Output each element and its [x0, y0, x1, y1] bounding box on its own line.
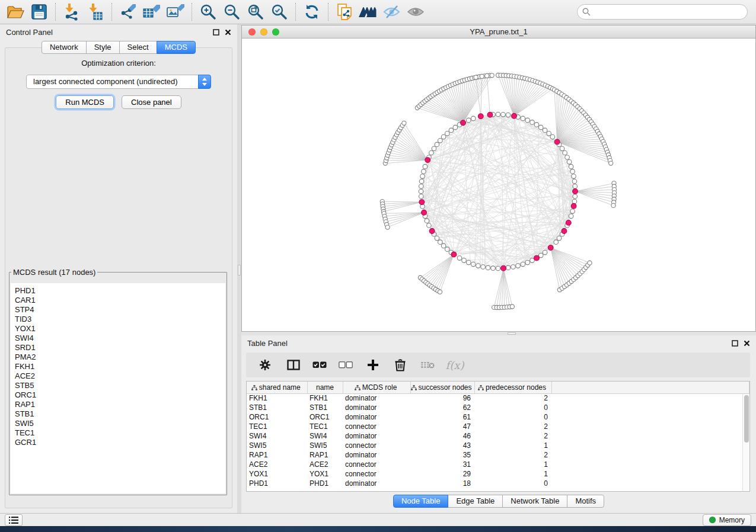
table-cell[interactable]: RAP1: [307, 450, 343, 460]
table-cell[interactable]: YOX1: [307, 469, 343, 479]
mcds-result-item[interactable]: STB5: [15, 381, 221, 390]
search-input[interactable]: [577, 4, 748, 20]
table-cell[interactable]: 61: [410, 412, 474, 422]
search-field[interactable]: [577, 4, 748, 20]
mcds-result-item[interactable]: ACE2: [15, 371, 221, 381]
column-header-shared-name[interactable]: shared name: [247, 382, 307, 393]
table-cell[interactable]: SWI4: [307, 431, 343, 441]
table-cell[interactable]: 35: [410, 450, 474, 460]
mcds-result-item[interactable]: SWI5: [15, 419, 221, 428]
table-cell[interactable]: connector: [343, 422, 410, 431]
table-cell[interactable]: dominator: [343, 393, 410, 403]
close-panel-button[interactable]: Close panel: [122, 95, 181, 109]
table-cell[interactable]: dominator: [343, 403, 410, 412]
function-builder-icon[interactable]: f(x): [444, 355, 465, 374]
table-cell[interactable]: 2: [474, 450, 551, 460]
minimize-window-icon[interactable]: [260, 28, 267, 36]
table-cell[interactable]: connector: [343, 460, 410, 469]
table-cell[interactable]: STB1: [307, 403, 343, 412]
table-cell[interactable]: 1: [474, 469, 551, 479]
table-row[interactable]: STB1STB1dominator620: [247, 403, 749, 412]
table-row[interactable]: ACE2ACE2connector311: [247, 460, 749, 469]
mcds-result-item[interactable]: FKH1: [15, 362, 221, 371]
table-row[interactable]: YOX1YOX1connector291: [247, 469, 749, 479]
table-cell[interactable]: dominator: [343, 412, 410, 422]
mcds-result-item[interactable]: SRD1: [15, 343, 221, 352]
table-cell[interactable]: connector: [343, 441, 410, 450]
maximize-window-icon[interactable]: [272, 28, 279, 36]
mcds-result-item[interactable]: PHD1: [15, 286, 221, 296]
float-panel-icon[interactable]: [732, 340, 738, 347]
table-cell[interactable]: ACE2: [247, 460, 307, 469]
hide-graphics-details-icon[interactable]: [380, 2, 404, 22]
mcds-result-item[interactable]: STB1: [15, 409, 221, 419]
unselect-all-columns-icon[interactable]: [335, 355, 356, 374]
table-header-row[interactable]: shared namenameMCDS rolesuccessor nodesp…: [247, 382, 749, 393]
table-cell[interactable]: TEC1: [247, 422, 307, 431]
table-cell[interactable]: 47: [410, 422, 474, 431]
clone-network-icon[interactable]: [333, 2, 356, 22]
close-window-icon[interactable]: [248, 28, 256, 36]
vertical-split-divider[interactable]: [237, 24, 241, 513]
tab-edge-table[interactable]: Edge Table: [448, 495, 503, 508]
column-header-MCDS-role[interactable]: MCDS role: [343, 382, 410, 393]
table-cell[interactable]: dominator: [343, 479, 410, 488]
memory-button[interactable]: Memory: [703, 514, 751, 526]
mcds-result-item[interactable]: YOX1: [15, 324, 221, 334]
network-graph[interactable]: [242, 39, 755, 331]
table-cell[interactable]: 2: [474, 393, 551, 403]
table-cell[interactable]: PHD1: [247, 479, 307, 488]
table-row[interactable]: FKH1FKH1dominator962: [247, 393, 749, 403]
tab-motifs[interactable]: Motifs: [567, 495, 604, 508]
table-cell[interactable]: 0: [474, 479, 551, 488]
table-cell[interactable]: dominator: [343, 431, 410, 441]
first-neighbors-icon[interactable]: [356, 2, 380, 22]
table-cell[interactable]: ORC1: [307, 412, 343, 422]
mcds-result-item[interactable]: PMA2: [15, 352, 221, 362]
table-cell[interactable]: 29: [410, 469, 474, 479]
table-row[interactable]: ORC1ORC1dominator610: [247, 412, 749, 422]
import-network-icon[interactable]: [60, 2, 84, 22]
zoom-selected-icon[interactable]: [267, 2, 291, 22]
mcds-result-item[interactable]: STP4: [15, 305, 221, 315]
mcds-result-item[interactable]: RAP1: [15, 400, 221, 409]
split-table-view-icon[interactable]: [283, 355, 304, 374]
open-session-icon[interactable]: [4, 2, 27, 22]
save-session-icon[interactable]: [27, 2, 51, 22]
table-cell[interactable]: FKH1: [247, 393, 307, 403]
delete-column-icon[interactable]: [390, 355, 411, 374]
column-header-successor-nodes[interactable]: successor nodes: [410, 382, 474, 393]
run-mcds-button[interactable]: Run MCDS: [56, 95, 114, 109]
show-graphics-details-icon[interactable]: [404, 2, 428, 22]
table-cell[interactable]: RAP1: [247, 450, 307, 460]
table-cell[interactable]: 62: [410, 403, 474, 412]
table-scrollbar[interactable]: [742, 394, 749, 491]
zoom-fit-icon[interactable]: [244, 2, 267, 22]
import-table-icon[interactable]: [84, 2, 107, 22]
table-cell[interactable]: SWI5: [307, 441, 343, 450]
tab-style[interactable]: Style: [86, 41, 120, 54]
table-row[interactable]: PHD1PHD1dominator180: [247, 479, 749, 488]
mcds-result-item[interactable]: TID3: [15, 315, 221, 324]
column-header-predecessor-nodes[interactable]: predecessor nodes: [474, 382, 551, 393]
scrollbar-thumb[interactable]: [744, 395, 749, 443]
table-row[interactable]: TEC1TEC1connector472: [247, 422, 749, 431]
select-all-columns-icon[interactable]: [309, 355, 330, 374]
float-panel-icon[interactable]: [213, 29, 219, 36]
export-network-icon[interactable]: [116, 2, 140, 22]
network-window-titlebar[interactable]: YPA_prune.txt_1: [242, 25, 755, 39]
zoom-out-icon[interactable]: [220, 2, 244, 22]
table-cell[interactable]: 0: [474, 403, 551, 412]
tab-select[interactable]: Select: [119, 41, 157, 54]
delete-table-icon[interactable]: [417, 355, 438, 374]
table-cell[interactable]: 96: [410, 393, 474, 403]
table-cell[interactable]: 2: [474, 422, 551, 431]
table-cell[interactable]: ACE2: [307, 460, 343, 469]
table-cell[interactable]: 31: [410, 460, 474, 469]
table-cell[interactable]: STB1: [247, 403, 307, 412]
tab-network[interactable]: Network: [42, 41, 87, 54]
column-settings-gear-icon[interactable]: [254, 355, 276, 374]
table-cell[interactable]: ORC1: [247, 412, 307, 422]
mcds-result-item[interactable]: GCR1: [15, 438, 221, 447]
mcds-result-item[interactable]: CAR1: [15, 296, 221, 305]
